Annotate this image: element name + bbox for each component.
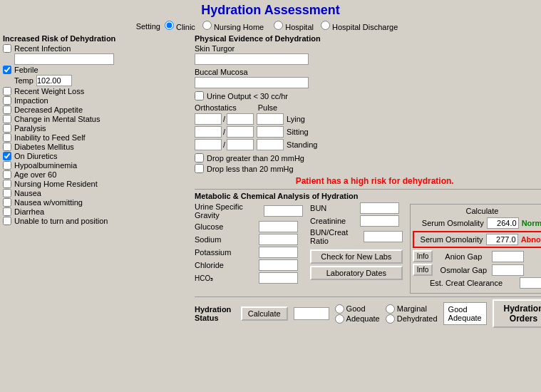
page-title: Hydration Assessment — [3, 3, 538, 18]
est-creat-label: Est. Creat Clearance — [413, 279, 520, 287]
impaction-checkbox[interactable] — [3, 96, 11, 105]
diarrhea-label: Diarrhea — [14, 207, 44, 216]
nursing-home-label: Nursing Home Resident — [14, 180, 98, 188]
urine-output-checkbox[interactable] — [195, 91, 204, 100]
drop-greater-20-checkbox[interactable] — [195, 153, 204, 163]
sodium-label: Sodium — [195, 235, 259, 244]
clinic-radio[interactable]: Clinic — [165, 21, 195, 31]
pulse-standing[interactable] — [257, 139, 284, 150]
marginal-label: Marginal — [397, 304, 427, 313]
orthostatics-label: Orthostatics — [195, 103, 237, 112]
inability-feed-checkbox[interactable] — [3, 133, 11, 142]
nausea-checkbox[interactable] — [3, 189, 11, 197]
creatinine-input[interactable] — [360, 215, 399, 227]
standing-label: Standing — [287, 140, 317, 149]
recent-infection-checkbox[interactable] — [3, 44, 11, 53]
decreased-appetite-checkbox[interactable] — [3, 105, 11, 114]
bun-creat-label: BUN/Creat Ratio — [310, 228, 364, 245]
decreased-appetite-label: Decreased Appetite — [14, 105, 83, 114]
good-label: Good — [346, 304, 366, 313]
febrile-label: Febrile — [14, 66, 38, 74]
ortho-lying-dia[interactable] — [227, 113, 254, 125]
diabetes-label: Diabetes Mellitus — [14, 143, 74, 151]
diuretics-checkbox[interactable] — [3, 152, 11, 160]
recent-infection-label: Recent Infection — [14, 44, 71, 53]
glucose-input[interactable] — [259, 221, 298, 232]
hydration-calculate-button[interactable]: Calculate — [241, 306, 288, 321]
skin-turgor-input[interactable] — [195, 53, 309, 65]
osmolar-info-button[interactable]: Info — [413, 264, 433, 276]
marginal-radio[interactable] — [386, 304, 395, 314]
serum-osmolarity-label: Serum Osmolarity — [416, 235, 483, 244]
phys-evidence-header: Physical Evidence of Dehydration — [195, 34, 541, 43]
sodium-input[interactable] — [259, 234, 298, 245]
pulse-sitting[interactable] — [257, 126, 284, 138]
est-creat-input[interactable] — [520, 277, 541, 289]
hydration-result-input[interactable] — [294, 307, 329, 320]
ortho-lying-sys[interactable] — [195, 113, 222, 125]
sitting-label: Sitting — [287, 128, 309, 136]
increased-risk-header: Increased Risk of Dehydration — [3, 34, 192, 43]
metabolic-header: Metabolic & Chemical Analysis of Hydrati… — [195, 192, 541, 200]
dehydrated-radio[interactable] — [386, 314, 395, 324]
weight-loss-checkbox[interactable] — [3, 87, 11, 96]
usg-label: Urine Specific Gravity — [195, 202, 264, 220]
good-radio[interactable] — [335, 304, 344, 314]
buccal-mucosa-input[interactable] — [195, 77, 309, 88]
osmolar-gap-input[interactable] — [492, 264, 524, 276]
drop-less-20-checkbox[interactable] — [195, 164, 204, 173]
paralysis-label: Paralysis — [14, 124, 46, 133]
diabetes-checkbox[interactable] — [3, 143, 11, 151]
ortho-sitting-sys[interactable] — [195, 126, 222, 138]
bun-creat-input[interactable] — [364, 231, 403, 242]
mental-status-checkbox[interactable] — [3, 115, 11, 123]
recent-infection-input[interactable] — [14, 53, 114, 65]
hco3-input[interactable] — [259, 272, 298, 284]
hydration-orders-button[interactable]: Hydration Orders — [493, 299, 541, 328]
unable-turn-checkbox[interactable] — [3, 217, 11, 225]
lying-label: Lying — [287, 115, 305, 123]
bun-input[interactable] — [360, 202, 399, 214]
pulse-lying[interactable] — [257, 113, 284, 125]
serum-osmolarity-status: Abnormal — [521, 235, 541, 244]
skin-turgor-label: Skin Turgor — [195, 44, 541, 53]
drop-less-20-label: Drop less than 20 mmHg — [207, 165, 294, 173]
nursing-home-radio[interactable]: Nursing Home — [202, 21, 264, 31]
good-adequate-display: Good Adequate — [443, 302, 487, 325]
dehydrated-label: Dehydrated — [397, 314, 438, 323]
hydration-status-label: Hydration Status — [195, 305, 235, 322]
check-labs-button[interactable]: Check for New Labs — [310, 249, 403, 264]
ortho-sitting-dia[interactable] — [227, 126, 254, 138]
creatinine-label: Creatinine — [310, 217, 360, 225]
age-60-checkbox[interactable] — [3, 170, 11, 179]
lab-dates-button[interactable]: Laboratory Dates — [310, 266, 403, 280]
chloride-input[interactable] — [259, 259, 298, 271]
serum-osmolarity-input[interactable] — [486, 234, 518, 245]
usg-input[interactable] — [264, 205, 303, 217]
potassium-input[interactable] — [259, 247, 298, 258]
anion-gap-input[interactable] — [492, 251, 524, 262]
anion-info-button[interactable]: Info — [413, 250, 433, 262]
diarrhea-checkbox[interactable] — [3, 207, 11, 216]
anion-gap-label: Anion Gap — [435, 252, 492, 261]
glucose-label: Glucose — [195, 222, 259, 231]
hypoalbuminemia-label: Hypoalbuminemia — [14, 161, 77, 170]
weight-loss-label: Recent Weight Loss — [14, 87, 84, 96]
ortho-standing-dia[interactable] — [227, 139, 254, 150]
pulse-label: Pulse — [258, 103, 278, 112]
potassium-label: Potassium — [195, 248, 259, 257]
nausea-vomit-checkbox[interactable] — [3, 198, 11, 207]
temp-input[interactable] — [36, 75, 72, 86]
paralysis-checkbox[interactable] — [3, 124, 11, 133]
ortho-standing-sys[interactable] — [195, 139, 222, 150]
hospital-radio[interactable]: Hospital — [274, 21, 314, 31]
adequate-radio[interactable] — [335, 314, 344, 324]
temp-label: Temp — [14, 76, 34, 85]
hypoalbuminemia-checkbox[interactable] — [3, 161, 11, 170]
inability-feed-label: Inability to Feed Self — [14, 133, 86, 142]
febrile-checkbox[interactable] — [3, 66, 11, 74]
bun-label: BUN — [310, 204, 360, 212]
hospital-discharge-radio[interactable]: Hospital Discharge — [321, 21, 398, 31]
nursing-home-checkbox[interactable] — [3, 180, 11, 188]
serum-osmolality-input[interactable] — [487, 217, 519, 229]
